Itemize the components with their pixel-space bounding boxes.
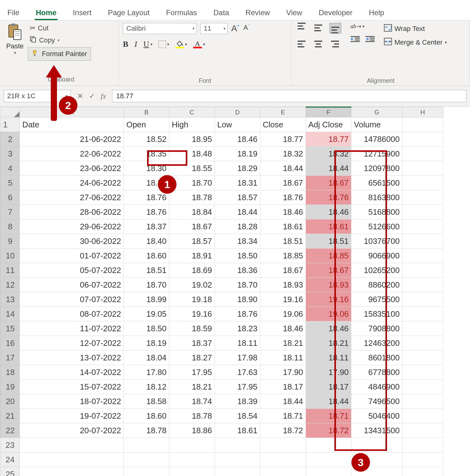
cell[interactable]: 15835100 — [351, 307, 403, 321]
cell[interactable]: 18.37 — [124, 219, 169, 234]
row-header[interactable]: 24 — [1, 452, 20, 467]
cell[interactable]: 18.31 — [215, 176, 260, 190]
cell[interactable]: 18.72 — [260, 423, 306, 438]
cell[interactable]: 18.44 — [306, 394, 351, 409]
cell[interactable]: 17.95 — [215, 380, 260, 394]
cell[interactable] — [306, 467, 351, 476]
row-header[interactable]: 21 — [1, 409, 20, 423]
italic-button[interactable]: I — [134, 40, 137, 49]
tab-developer[interactable]: Developer — [317, 8, 354, 20]
cell[interactable]: 12-07-2022 — [20, 336, 124, 350]
decrease-font-button[interactable]: Aˇ — [243, 24, 249, 33]
cell[interactable] — [402, 249, 443, 263]
cell[interactable] — [402, 147, 443, 161]
row-header[interactable]: 2 — [1, 132, 20, 147]
cell[interactable]: 28-06-2022 — [20, 205, 124, 219]
cell[interactable]: 18.67 — [260, 176, 306, 190]
row-header[interactable]: 18 — [1, 365, 20, 380]
cell[interactable]: 18.61 — [260, 219, 306, 234]
cell[interactable]: 18.32 — [260, 147, 306, 161]
cell[interactable]: 18.67 — [306, 176, 351, 190]
cell[interactable] — [124, 438, 169, 452]
cell[interactable] — [351, 438, 403, 452]
cell[interactable]: 22-06-2022 — [20, 147, 124, 161]
row-header[interactable]: 20 — [1, 394, 20, 409]
cell[interactable]: 18.60 — [124, 249, 169, 263]
row-header[interactable]: 16 — [1, 336, 20, 350]
cell[interactable]: 18.29 — [215, 161, 260, 176]
cell[interactable]: 18.28 — [215, 219, 260, 234]
cell[interactable]: 18.36 — [215, 263, 260, 278]
row-header[interactable]: 25 — [1, 467, 20, 476]
cell[interactable]: 18.84 — [169, 205, 215, 219]
row-header[interactable]: 7 — [1, 205, 20, 219]
cell[interactable]: 07-07-2022 — [20, 292, 124, 307]
cell[interactable]: 18.51 — [260, 234, 306, 249]
cell[interactable]: 18.78 — [124, 423, 169, 438]
tab-formulas[interactable]: Formulas — [165, 8, 198, 20]
cell[interactable] — [402, 467, 443, 476]
cell[interactable]: 18.44 — [306, 161, 351, 176]
name-box[interactable]: 21R x 1C ▾ — [4, 90, 71, 102]
cell[interactable]: 5126600 — [351, 219, 403, 234]
row-header[interactable]: 13 — [1, 292, 20, 307]
cell[interactable]: Volume — [351, 117, 403, 132]
cell[interactable] — [402, 117, 443, 132]
row-header[interactable]: 17 — [1, 350, 20, 365]
cell[interactable]: 6561500 — [351, 176, 403, 190]
cell[interactable]: 9066900 — [351, 249, 403, 263]
row-header[interactable]: 23 — [1, 438, 20, 452]
cell[interactable]: 19.02 — [169, 278, 215, 292]
row-header[interactable]: 14 — [1, 307, 20, 321]
cell[interactable]: 18.61 — [215, 423, 260, 438]
cell[interactable]: 18.71 — [306, 409, 351, 423]
cell[interactable] — [402, 336, 443, 350]
cell[interactable]: 18.86 — [169, 423, 215, 438]
cell[interactable]: 18.57 — [215, 190, 260, 205]
font-name-combo[interactable]: Calibri ▾ — [123, 23, 197, 34]
cell[interactable]: 21-06-2022 — [20, 132, 124, 147]
tab-review[interactable]: Review — [244, 8, 271, 20]
cell[interactable]: Close — [260, 117, 306, 132]
row-header[interactable]: 5 — [1, 176, 20, 190]
spreadsheet-grid[interactable]: ABCDEFGH1DateOpenHighLowCloseAdj CloseVo… — [0, 107, 443, 476]
cell[interactable]: 15-07-2022 — [20, 380, 124, 394]
cell[interactable] — [402, 278, 443, 292]
cell[interactable]: 18.11 — [215, 336, 260, 350]
cell[interactable] — [402, 438, 443, 452]
increase-indent-button[interactable] — [365, 35, 375, 44]
cell[interactable]: 18.04 — [124, 350, 169, 365]
cell[interactable]: 5168800 — [351, 205, 403, 219]
cell[interactable] — [402, 161, 443, 176]
cell[interactable]: 18.54 — [215, 409, 260, 423]
column-header-G[interactable]: G — [351, 107, 403, 117]
tab-home[interactable]: Home — [35, 8, 58, 20]
cell[interactable] — [402, 321, 443, 336]
cell[interactable]: 18.19 — [124, 336, 169, 350]
cell[interactable]: Open — [124, 117, 169, 132]
cell[interactable]: 18.51 — [124, 263, 169, 278]
cell[interactable] — [20, 452, 124, 467]
cell[interactable]: 8601800 — [351, 350, 403, 365]
increase-font-button[interactable]: A^ — [231, 24, 239, 33]
wrap-text-button[interactable]: ab Wrap Text — [384, 24, 447, 33]
cell[interactable]: 18.90 — [215, 292, 260, 307]
cell[interactable]: 18.11 — [260, 350, 306, 365]
cell[interactable] — [306, 438, 351, 452]
cancel-formula-button[interactable]: ✕ — [77, 92, 83, 100]
cell[interactable]: 18.67 — [260, 263, 306, 278]
cell[interactable] — [402, 263, 443, 278]
cell[interactable]: 18.61 — [306, 219, 351, 234]
row-header[interactable]: 22 — [1, 423, 20, 438]
cell[interactable]: 18.46 — [306, 205, 351, 219]
cell[interactable] — [260, 452, 306, 467]
cell[interactable]: 18.52 — [124, 132, 169, 147]
cell[interactable]: 17.90 — [260, 365, 306, 380]
cell[interactable]: 18.21 — [260, 336, 306, 350]
cell[interactable]: 18.21 — [306, 336, 351, 350]
align-bottom-button[interactable] — [329, 23, 341, 33]
cell[interactable]: 18-07-2022 — [20, 394, 124, 409]
cell[interactable]: 18.85 — [260, 249, 306, 263]
cell[interactable] — [306, 452, 351, 467]
cell[interactable]: 17.80 — [124, 365, 169, 380]
